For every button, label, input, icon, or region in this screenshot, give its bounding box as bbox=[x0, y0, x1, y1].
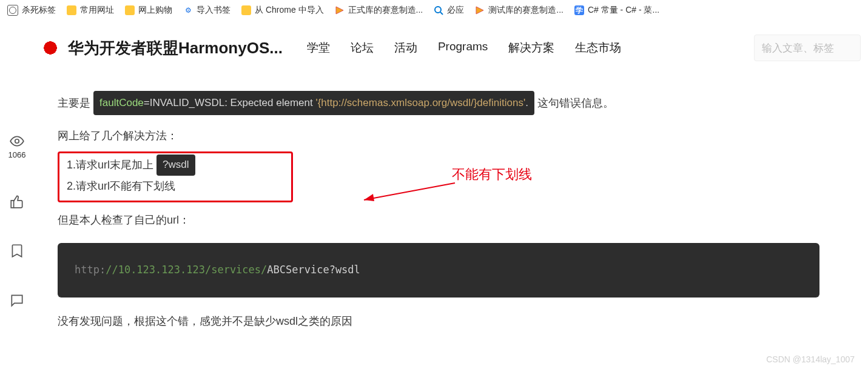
bookmark-common[interactable]: 常用网址 bbox=[67, 5, 114, 16]
bookmark-icon bbox=[9, 243, 25, 259]
solution-1: 1.请求url末尾加上 ?wsdl bbox=[67, 155, 284, 176]
thumb-up-icon bbox=[9, 193, 25, 209]
nav-ecomarket[interactable]: 生态市场 bbox=[575, 40, 621, 56]
paragraph-cutoff: 没有发现问题，根据这个错，感觉并不是缺少wsdl之类的原因 bbox=[58, 310, 819, 334]
bookmark-label: 网上购物 bbox=[138, 5, 172, 16]
code-text: http: bbox=[75, 264, 106, 276]
bookmark-label: C# 常量 - C# - 菜... bbox=[588, 5, 659, 16]
like-button[interactable] bbox=[9, 193, 25, 209]
code-text: ABCService?wsdl bbox=[267, 264, 360, 276]
inline-code-wsdl: ?wsdl bbox=[156, 155, 195, 176]
site-header: 华为开发者联盟HarmonyOS... 学堂 论坛 活动 Programs 解决… bbox=[0, 21, 868, 75]
svg-point-0 bbox=[435, 7, 441, 13]
main-nav: 学堂 论坛 活动 Programs 解决方案 生态市场 bbox=[307, 40, 621, 56]
bookmark-button[interactable] bbox=[9, 243, 25, 259]
bookmark-label: 杀死标签 bbox=[22, 5, 56, 16]
bookmark-test-saiyi[interactable]: 测试库的赛意制造... bbox=[475, 5, 564, 16]
bookmark-label: 常用网址 bbox=[80, 5, 114, 16]
svg-point-2 bbox=[15, 139, 19, 144]
text: 这句错误信息。 bbox=[537, 97, 614, 109]
site-icon bbox=[475, 5, 485, 15]
article-body: 主要是 faultCode=INVALID_WSDL: Expected ele… bbox=[58, 91, 819, 333]
comment-button[interactable] bbox=[9, 293, 25, 308]
bookmark-label: 必应 bbox=[447, 5, 464, 16]
inline-code-error: faultCode=INVALID_WSDL: Expected element… bbox=[93, 91, 534, 115]
svg-line-1 bbox=[440, 12, 443, 15]
huawei-logo-icon bbox=[41, 39, 59, 57]
comment-icon bbox=[9, 293, 25, 308]
watermark: CSDN @1314lay_1007 bbox=[766, 354, 855, 364]
action-rail: 1066 bbox=[0, 121, 34, 308]
svg-line-3 bbox=[364, 183, 455, 200]
bookmark-bar: 杀死标签 常用网址 网上购物 ⚙ 导入书签 从 Chrome 中导入 正式库的赛… bbox=[0, 0, 868, 21]
svg-marker-4 bbox=[364, 194, 374, 201]
solutions-box: 1.请求url末尾加上 ?wsdl 2.请求url不能有下划线 bbox=[58, 151, 293, 202]
search-input[interactable]: 输入文章、标签 bbox=[754, 35, 861, 61]
nav-activity[interactable]: 活动 bbox=[394, 40, 417, 56]
code-block-url[interactable]: http://10.123.123.123/services/ABCServic… bbox=[58, 243, 819, 297]
paragraph-check-url: 但是本人检查了自己的url： bbox=[58, 208, 819, 233]
gear-icon: ⚙ bbox=[183, 5, 193, 15]
bookmark-bing[interactable]: 必应 bbox=[434, 5, 464, 16]
bookmark-prod-saiyi[interactable]: 正式库的赛意制造... bbox=[335, 5, 423, 16]
site-title[interactable]: 华为开发者联盟HarmonyOS... bbox=[68, 38, 283, 59]
bookmark-label: 从 Chrome 中导入 bbox=[255, 5, 324, 16]
folder-icon bbox=[241, 5, 251, 15]
site-icon: 学 bbox=[574, 5, 584, 15]
code-text: //10.123.123.123/services/ bbox=[106, 264, 267, 276]
bookmark-kill-tabs[interactable]: 杀死标签 bbox=[7, 5, 56, 16]
nav-forum[interactable]: 论坛 bbox=[351, 40, 374, 56]
eye-icon bbox=[9, 133, 25, 149]
search-placeholder: 输入文章、标签 bbox=[762, 41, 834, 55]
nav-programs[interactable]: Programs bbox=[438, 40, 488, 56]
annotation-arrow-icon bbox=[355, 182, 458, 206]
text: 主要是 bbox=[58, 97, 90, 109]
bookmark-from-chrome[interactable]: 从 Chrome 中导入 bbox=[241, 5, 324, 16]
views-count: 1066 bbox=[8, 150, 26, 159]
folder-icon bbox=[125, 5, 135, 15]
nav-school[interactable]: 学堂 bbox=[307, 40, 330, 56]
bookmark-label: 正式库的赛意制造... bbox=[348, 5, 423, 16]
bookmark-shopping[interactable]: 网上购物 bbox=[125, 5, 172, 16]
nav-solutions[interactable]: 解决方案 bbox=[508, 40, 554, 56]
bookmark-csharp[interactable]: 学 C# 常量 - C# - 菜... bbox=[574, 5, 659, 16]
paragraph-error-desc: 主要是 faultCode=INVALID_WSDL: Expected ele… bbox=[58, 91, 819, 116]
site-icon bbox=[335, 5, 345, 15]
globe-icon bbox=[7, 5, 18, 16]
views-counter[interactable]: 1066 bbox=[8, 133, 26, 159]
bookmark-label: 测试库的赛意制造... bbox=[488, 5, 564, 16]
bookmark-import[interactable]: ⚙ 导入书签 bbox=[183, 5, 230, 16]
bookmark-label: 导入书签 bbox=[197, 5, 230, 16]
paragraph-solutions-intro: 网上给了几个解决方法： bbox=[58, 124, 819, 148]
annotation-text: 不能有下划线 bbox=[452, 160, 532, 189]
text: 1.请求url末尾加上 bbox=[67, 159, 153, 171]
search-icon bbox=[434, 5, 443, 15]
folder-icon bbox=[67, 5, 76, 15]
solution-2: 2.请求url不能有下划线 bbox=[67, 176, 284, 196]
